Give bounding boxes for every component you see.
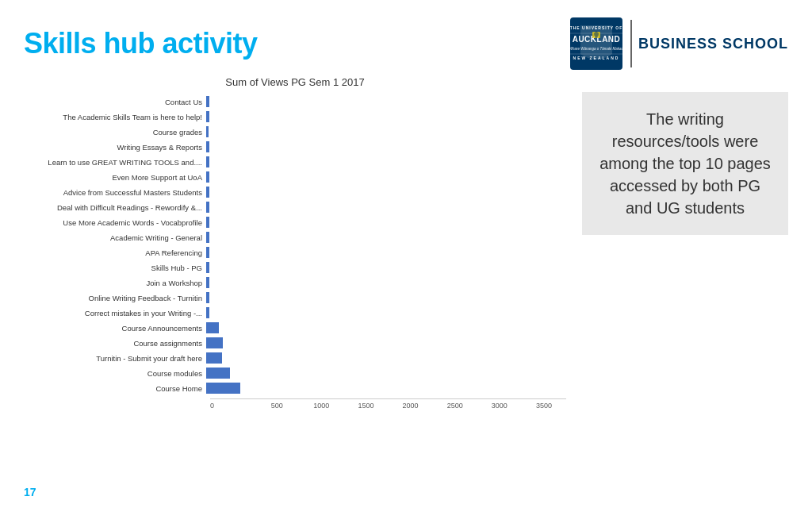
university-logo: THE UNIVERSITY OF AUCKLAND Te Whare Wāna… (569, 16, 788, 71)
bar-outer (206, 96, 566, 107)
bar-outer (206, 277, 566, 288)
x-tick: 500 (255, 402, 299, 410)
bar-label: Correct mistakes in your Writing -... (24, 309, 206, 318)
svg-text:Te Whare Wānanga o Tāmaki Maka: Te Whare Wānanga o Tāmaki Makaurau (569, 47, 624, 51)
info-box: The writing resources/tools were among t… (582, 92, 788, 235)
bar-outer (206, 337, 566, 348)
bar-inner (206, 247, 209, 258)
bar-outer (206, 126, 566, 137)
bar-chart: Contact UsThe Academic Skills Team is he… (24, 94, 566, 395)
x-tick: 1500 (343, 402, 388, 410)
x-tick: 2000 (389, 402, 433, 410)
chart-container: Sum of Views PG Sem 1 2017 Contact UsThe… (24, 76, 566, 410)
bar-inner (206, 141, 209, 152)
bar-inner (206, 262, 209, 273)
bar-row: Advice from Successful Masters Students (24, 185, 566, 199)
bar-inner (206, 352, 222, 364)
bar-inner (206, 187, 209, 198)
bar-row: Course assignments (24, 336, 566, 350)
bar-inner (206, 232, 209, 243)
bar-label: Turnitin - Submit your draft here (24, 354, 206, 363)
bar-row: APA Referencing (24, 245, 566, 260)
bar-row: Skills Hub - PG (24, 260, 566, 275)
business-school-label: BUSINESS SCHOOL (638, 36, 788, 52)
page-title: Skills hub activity (24, 27, 258, 60)
bar-row: The Academic Skills Team is here to help… (24, 110, 566, 124)
bar-row: Writing Essays & Reports (24, 140, 566, 154)
bar-label: Advice from Successful Masters Students (24, 188, 206, 197)
bar-inner (206, 337, 223, 348)
bar-inner (206, 217, 209, 228)
x-tick: 1000 (299, 402, 343, 410)
x-tick: 2500 (433, 402, 477, 410)
bar-row: Deal with Difficult Readings - Rewordify… (24, 200, 566, 214)
info-text: The writing resources/tools were among t… (596, 108, 774, 219)
page: Skills hub activity THE UNIVERSITY OF AU… (0, 0, 812, 508)
bar-label: Deal with Difficult Readings - Rewordify… (24, 203, 206, 212)
bar-inner (206, 368, 230, 379)
bar-inner (206, 322, 219, 333)
bar-outer (206, 322, 566, 333)
bar-outer (206, 187, 566, 198)
shield-icon: THE UNIVERSITY OF AUCKLAND Te Whare Wāna… (569, 16, 624, 71)
svg-text:THE UNIVERSITY OF: THE UNIVERSITY OF (570, 25, 623, 30)
chart-subtitle: Sum of Views PG Sem 1 2017 (24, 76, 566, 88)
bar-outer (206, 352, 566, 364)
bar-outer (206, 217, 566, 228)
bar-inner (206, 156, 209, 167)
bar-label: Contact Us (24, 98, 206, 106)
bar-label: Course Home (24, 384, 206, 393)
bar-row: Course modules (24, 366, 566, 380)
bar-inner (206, 111, 209, 122)
bar-outer (206, 307, 566, 318)
bar-label: Skills Hub - PG (24, 264, 206, 272)
bar-label: Use More Academic Words - Vocabprofile (24, 218, 206, 227)
x-tick: 0 (210, 402, 255, 410)
bar-label: Writing Essays & Reports (24, 143, 206, 152)
bar-label: Learn to use GREAT WRITING TOOLS and.... (24, 158, 206, 167)
bar-inner (206, 292, 209, 303)
bar-outer (206, 232, 566, 243)
bar-row: Join a Workshop (24, 275, 566, 290)
bar-row: Academic Writing - General (24, 230, 566, 244)
bar-label: Course Announcements (24, 324, 206, 333)
bar-row: Learn to use GREAT WRITING TOOLS and.... (24, 155, 566, 169)
bar-label: Academic Writing - General (24, 233, 206, 242)
x-tick: 3000 (477, 402, 522, 410)
bar-row: Online Writing Feedback - Turnitin (24, 291, 566, 305)
bar-outer (206, 141, 566, 152)
bar-outer (206, 202, 566, 213)
bar-label: APA Referencing (24, 248, 206, 257)
bar-outer (206, 247, 566, 258)
logo-divider (630, 20, 632, 67)
bar-inner (206, 383, 240, 394)
bar-inner (206, 202, 209, 213)
bar-outer (206, 368, 566, 379)
logo-area: THE UNIVERSITY OF AUCKLAND Te Whare Wāna… (569, 16, 788, 71)
bar-inner (206, 126, 209, 137)
header: Skills hub activity THE UNIVERSITY OF AU… (24, 16, 788, 71)
bar-inner (206, 307, 209, 318)
bar-label: Even More Support at UoA (24, 173, 206, 182)
chart-section: Sum of Views PG Sem 1 2017 Contact UsThe… (24, 76, 788, 410)
bar-row: Course Home (24, 381, 566, 395)
bar-inner (206, 277, 209, 288)
bar-outer (206, 292, 566, 303)
svg-text:NEW ZEALAND: NEW ZEALAND (573, 56, 619, 60)
x-tick: 3500 (522, 402, 566, 410)
bar-outer (206, 383, 566, 394)
bar-row: Contact Us (24, 94, 566, 109)
x-axis: 0500100015002000250030003500 (210, 398, 566, 410)
bar-outer (206, 156, 566, 167)
bar-row: Even More Support at UoA (24, 170, 566, 184)
bar-row: Course grades (24, 125, 566, 139)
bar-label: Course grades (24, 128, 206, 137)
bar-row: Use More Academic Words - Vocabprofile (24, 215, 566, 229)
bar-label: Course assignments (24, 339, 206, 348)
bar-row: Turnitin - Submit your draft here (24, 351, 566, 365)
chart-wrapper: Contact UsThe Academic Skills Team is he… (24, 94, 566, 410)
bar-outer (206, 111, 566, 122)
bar-inner (206, 171, 209, 183)
bar-row: Course Announcements (24, 321, 566, 335)
page-number: 17 (24, 486, 36, 498)
